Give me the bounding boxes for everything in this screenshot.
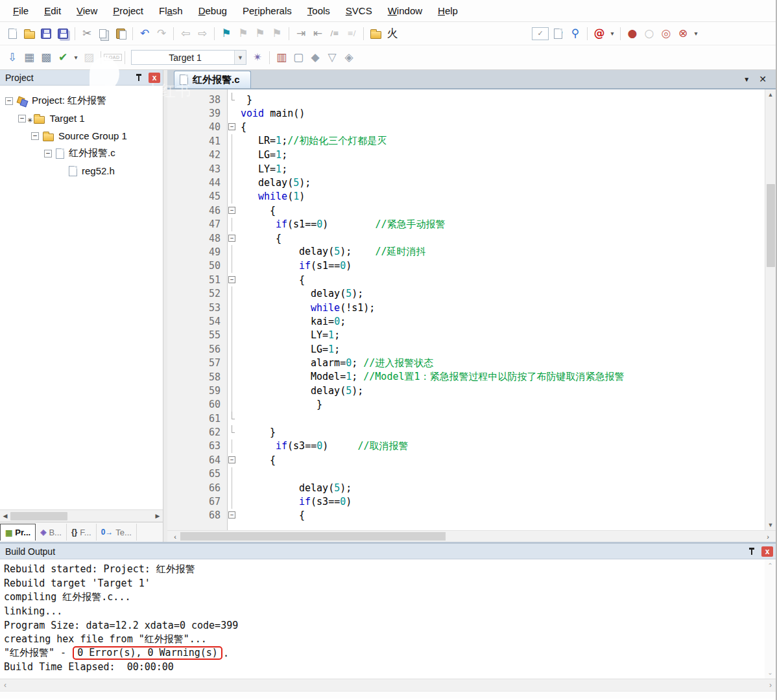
fold-collapse-icon[interactable]: −	[228, 511, 235, 519]
file-tab[interactable]: 红外报警.c	[174, 71, 251, 88]
tree-item[interactable]: −Project: 红外报警	[5, 92, 160, 110]
tree-item[interactable]: reg52.h	[5, 162, 160, 180]
navigate-forward-icon[interactable]: ⇨	[195, 26, 210, 41]
code-line[interactable]: 63if(s3==0) //取消报警	[167, 439, 765, 453]
fold-margin[interactable]: −	[227, 204, 238, 217]
project-panel-close-icon[interactable]: x	[149, 73, 160, 83]
bookmark-prev-icon[interactable]: ⚑	[235, 26, 251, 41]
fold-margin[interactable]: −	[227, 231, 238, 245]
save-icon[interactable]	[38, 26, 54, 41]
copy-icon[interactable]	[96, 26, 112, 41]
fold-margin[interactable]	[227, 93, 238, 106]
paste-icon[interactable]	[113, 26, 128, 41]
code-line[interactable]: 51−{	[167, 273, 765, 286]
tab-books[interactable]: ◈B...	[36, 524, 67, 541]
tree-item[interactable]: −Source Group 1	[5, 127, 160, 145]
fold-collapse-icon[interactable]: −	[228, 207, 235, 214]
fold-margin[interactable]: −	[227, 453, 238, 467]
fold-margin[interactable]	[227, 134, 238, 148]
tree-item[interactable]: −✳Target 1	[5, 110, 160, 127]
redo-icon[interactable]: ↷	[154, 26, 169, 41]
tab-list-caret-icon[interactable]: ▼	[743, 76, 750, 83]
menu-project[interactable]: Project	[105, 3, 151, 19]
find-combobox[interactable]: ✓	[532, 27, 549, 40]
fold-margin[interactable]: −	[227, 273, 238, 286]
download-icon[interactable]: LOAD	[105, 50, 121, 65]
bookmark-toggle-icon[interactable]: ⚑	[219, 26, 234, 41]
scroll-up-icon[interactable]: ▲	[768, 89, 774, 100]
tab-templates[interactable]: 0→Te...	[97, 524, 137, 541]
editor-close-icon[interactable]: ✕	[759, 74, 767, 84]
project-hscrollbar[interactable]: ◀ ▶	[0, 509, 163, 522]
scroll-thumb[interactable]	[10, 512, 67, 520]
tree-collapse-icon[interactable]: −	[44, 150, 52, 158]
fold-margin[interactable]	[227, 425, 238, 439]
comment-selection-icon[interactable]: /≡	[327, 26, 342, 41]
code-line[interactable]: 62}	[167, 425, 765, 439]
fold-margin[interactable]	[227, 176, 238, 189]
uncomment-selection-icon[interactable]: ≡/	[344, 26, 359, 41]
fold-margin[interactable]	[227, 106, 238, 120]
code-line[interactable]: 66delay(5);	[167, 481, 765, 495]
scroll-up-icon[interactable]: ⌃	[767, 562, 772, 569]
pin-icon[interactable]	[747, 546, 758, 557]
fold-collapse-icon[interactable]: −	[228, 276, 235, 283]
fold-margin[interactable]	[227, 314, 238, 328]
code-line[interactable]: 60}	[167, 398, 765, 412]
fold-margin[interactable]	[227, 218, 238, 231]
select-software-packs-icon[interactable]: ▢	[291, 50, 306, 65]
fold-collapse-icon[interactable]: −	[228, 456, 235, 463]
stop-build-icon[interactable]: ▨	[81, 50, 97, 65]
disable-all-breakpoints-icon[interactable]: ◎	[658, 26, 674, 41]
fold-margin[interactable]	[227, 495, 238, 508]
scroll-thumb[interactable]	[767, 184, 775, 267]
code-line[interactable]: 68−{	[167, 509, 765, 522]
pack-installer-icon[interactable]: ◆	[307, 50, 323, 65]
code-line[interactable]: 44delay(5);	[167, 176, 765, 189]
scroll-down-icon[interactable]: ⌄	[767, 669, 772, 676]
menu-help[interactable]: Help	[430, 3, 466, 19]
insert-template-icon[interactable]	[368, 26, 383, 41]
code-line[interactable]: 52delay(5);	[167, 286, 765, 300]
scroll-right-icon[interactable]: ▶	[152, 513, 163, 519]
navigate-back-icon[interactable]: ⇦	[178, 26, 193, 41]
scroll-left-icon[interactable]: ‹	[4, 681, 6, 690]
fold-collapse-icon[interactable]: −	[228, 123, 235, 130]
fold-margin[interactable]	[227, 190, 238, 204]
tree-collapse-icon[interactable]: −	[5, 97, 13, 105]
menu-file[interactable]: File	[5, 3, 36, 19]
code-line[interactable]: 54kai=0;	[167, 314, 765, 328]
code-line[interactable]: 45while(1)	[167, 190, 765, 204]
fold-margin[interactable]	[227, 162, 238, 176]
tree-collapse-icon[interactable]: −	[31, 132, 39, 140]
bookmark-clear-icon[interactable]: ⚑	[269, 26, 285, 41]
code-line[interactable]: 42LG=1;	[167, 148, 765, 162]
scroll-left-icon[interactable]: ◀	[0, 513, 10, 519]
fold-margin[interactable]	[227, 370, 238, 384]
options-for-target-icon[interactable]: ✴	[250, 50, 265, 65]
find-in-document-icon[interactable]: ⚲	[551, 26, 566, 41]
fold-margin[interactable]	[227, 259, 238, 273]
kill-all-breakpoints-icon[interactable]: ⊗	[675, 26, 691, 41]
fold-margin[interactable]	[227, 398, 238, 412]
fold-margin[interactable]	[227, 467, 238, 481]
code-line[interactable]: 49delay(5); //延时消抖	[167, 245, 765, 259]
translate-file-icon[interactable]: ⇩	[5, 50, 20, 65]
tree-item[interactable]: −红外报警.c	[5, 145, 160, 162]
code-area[interactable]: 38}39void main()40−{41LR=1;//初始化三个灯都是灭42…	[167, 89, 765, 530]
fold-margin[interactable]	[227, 286, 238, 300]
fold-margin[interactable]	[227, 412, 238, 425]
code-line[interactable]: 65	[167, 467, 765, 481]
editor-vscrollbar[interactable]: ▲ ▼	[765, 89, 776, 530]
menu-svcs[interactable]: SVCS	[338, 3, 380, 19]
menu-tools[interactable]: Tools	[300, 3, 338, 19]
scroll-left-icon[interactable]: ‹	[170, 533, 180, 541]
open-file-icon[interactable]	[21, 26, 37, 41]
code-line[interactable]: 43LY=1;	[167, 162, 765, 176]
fold-margin[interactable]	[227, 342, 238, 356]
fold-margin[interactable]	[227, 148, 238, 162]
tab-project[interactable]: ▦Pr...	[0, 524, 36, 541]
filter-icon[interactable]: ▽	[324, 50, 340, 65]
fold-margin[interactable]	[227, 301, 238, 314]
code-line[interactable]: 41LR=1;//初始化三个灯都是灭	[167, 134, 765, 148]
